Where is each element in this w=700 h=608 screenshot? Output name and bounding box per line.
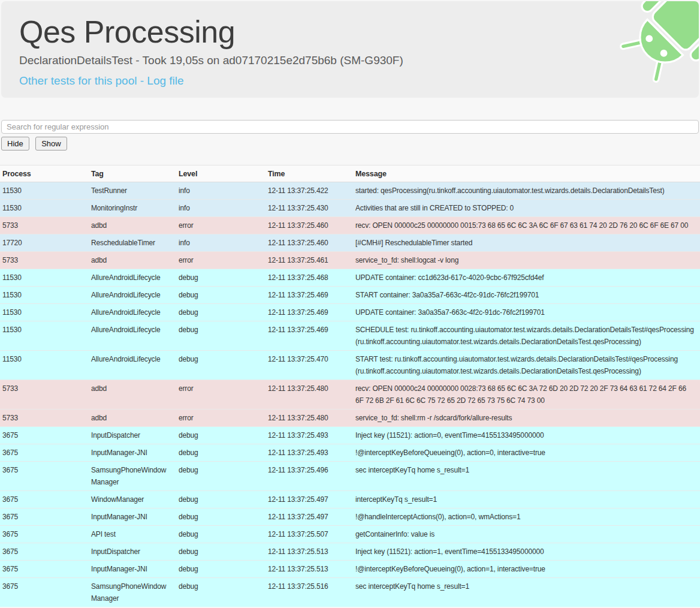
cell-level: info [176, 234, 265, 252]
table-row: 5733adbderror12-11 13:37:25.461service_t… [0, 252, 700, 269]
cell-process: 11530 [0, 200, 89, 217]
cell-tag: TestRunner [89, 182, 176, 200]
cell-process: 11530 [0, 182, 89, 200]
table-row: 3675InputManager-JNIdebug12-11 13:37:25.… [0, 508, 700, 526]
cell-message: UPDATE container: 3a0a35a7-663c-4f2c-91d… [353, 304, 700, 321]
cell-tag: SamsungPhoneWindowManager [89, 462, 176, 491]
cell-time: 12-11 13:37:25.469 [265, 321, 353, 351]
header-links: Other tests for this pool - Log file [19, 74, 681, 88]
cell-level: debug [176, 351, 265, 380]
cell-time: 12-11 13:37:25.497 [265, 491, 353, 508]
cell-process: 3675 [0, 491, 89, 508]
search-input[interactable] [1, 120, 699, 134]
cell-process: 11530 [0, 351, 89, 380]
cell-level: debug [176, 491, 265, 508]
cell-level: debug [176, 427, 265, 444]
cell-message: service_to_fd: shell:logcat -v long [353, 252, 700, 269]
cell-level: debug [176, 578, 265, 607]
cell-time: 12-11 13:37:25.461 [265, 252, 353, 269]
cell-level: debug [176, 269, 265, 287]
cell-time: 12-11 13:37:25.480 [265, 410, 353, 427]
cell-process: 5733 [0, 380, 89, 410]
cell-time: 12-11 13:37:25.493 [265, 444, 353, 462]
cell-level: debug [176, 543, 265, 561]
cell-time: 12-11 13:37:25.513 [265, 543, 353, 561]
log-table: Process Tag Level Time Message 11530Test… [0, 165, 700, 607]
table-row: 3675SamsungPhoneWindowManagerdebug12-11 … [0, 462, 700, 491]
table-row: 11530AllureAndroidLifecycledebug12-11 13… [0, 351, 700, 380]
cell-level: error [176, 252, 265, 269]
cell-tag: adbd [89, 410, 176, 427]
cell-process: 5733 [0, 217, 89, 234]
log-table-body: 11530TestRunnerinfo12-11 13:37:25.422sta… [0, 182, 700, 607]
cell-message: recv: OPEN 00000c24 00000000 0028:73 68 … [353, 380, 700, 410]
log-table-header: Process Tag Level Time Message [0, 165, 700, 182]
page-subtitle: DeclarationDetailsTest - Took 19,05s on … [19, 54, 681, 67]
header-jumbotron: Qes Processing DeclarationDetailsTest - … [1, 1, 699, 98]
cell-time: 12-11 13:37:25.496 [265, 462, 353, 491]
cell-tag: SamsungPhoneWindowManager [89, 578, 176, 607]
cell-tag: AllureAndroidLifecycle [89, 304, 176, 321]
cell-message: !@interceptKeyBeforeQueueing(0), action=… [353, 444, 700, 462]
cell-level: debug [176, 508, 265, 526]
cell-message: interceptKeyTq s_result=1 [353, 491, 700, 508]
cell-process: 3675 [0, 427, 89, 444]
cell-time: 12-11 13:37:25.430 [265, 200, 353, 217]
cell-message: recv: OPEN 00000c25 00000000 0015:73 68 … [353, 217, 700, 234]
table-row: 11530TestRunnerinfo12-11 13:37:25.422sta… [0, 182, 700, 200]
cell-level: debug [176, 526, 265, 543]
cell-process: 5733 [0, 410, 89, 427]
cell-message: START test: ru.tinkoff.accounting.uiauto… [353, 351, 700, 380]
link-separator: - [137, 74, 147, 87]
cell-tag: adbd [89, 217, 176, 234]
hide-button[interactable]: Hide [1, 137, 29, 151]
cell-message: START container: 3a0a35a7-663c-4f2c-91dc… [353, 287, 700, 304]
cell-level: info [176, 200, 265, 217]
cell-process: 11530 [0, 269, 89, 287]
column-header-process: Process [0, 165, 89, 182]
cell-process: 17720 [0, 234, 89, 252]
cell-level: info [176, 182, 265, 200]
table-row: 17720ReschedulableTimerinfo12-11 13:37:2… [0, 234, 700, 252]
cell-tag: adbd [89, 380, 176, 410]
cell-time: 12-11 13:37:25.513 [265, 561, 353, 578]
cell-tag: InputDispatcher [89, 427, 176, 444]
table-row: 3675WindowManagerdebug12-11 13:37:25.497… [0, 491, 700, 508]
cell-tag: AllureAndroidLifecycle [89, 351, 176, 380]
cell-process: 3675 [0, 444, 89, 462]
table-row: 3675API testdebug12-11 13:37:25.507getCo… [0, 526, 700, 543]
cell-time: 12-11 13:37:25.493 [265, 427, 353, 444]
cell-message: SCHEDULE test: ru.tinkoff.accounting.uia… [353, 321, 700, 351]
cell-message: !@interceptKeyBeforeQueueing(0), action=… [353, 561, 700, 578]
cell-message: UPDATE container: cc1d623d-617c-4020-9cb… [353, 269, 700, 287]
cell-process: 3675 [0, 508, 89, 526]
cell-tag: WindowManager [89, 491, 176, 508]
column-header-level: Level [176, 165, 265, 182]
column-header-tag: Tag [89, 165, 176, 182]
cell-level: debug [176, 462, 265, 491]
cell-tag: AllureAndroidLifecycle [89, 269, 176, 287]
table-row: 3675InputManager-JNIdebug12-11 13:37:25.… [0, 561, 700, 578]
cell-tag: API test [89, 526, 176, 543]
cell-message: !@handleInterceptActions(0), action=0, w… [353, 508, 700, 526]
cell-time: 12-11 13:37:25.469 [265, 304, 353, 321]
table-row: 3675SamsungPhoneWindowManagerdebug12-11 … [0, 578, 700, 607]
cell-time: 12-11 13:37:25.460 [265, 234, 353, 252]
other-tests-link[interactable]: Other tests for this pool [19, 74, 137, 87]
cell-process: 11530 [0, 287, 89, 304]
table-row: 5733adbderror12-11 13:37:25.480service_t… [0, 410, 700, 427]
cell-tag: MonitoringInstr [89, 200, 176, 217]
log-file-link[interactable]: Log file [147, 74, 183, 87]
cell-process: 3675 [0, 561, 89, 578]
cell-time: 12-11 13:37:25.469 [265, 287, 353, 304]
button-row: Hide Show [1, 137, 699, 151]
cell-tag: InputManager-JNI [89, 508, 176, 526]
cell-message: sec interceptKeyTq home s_result=1 [353, 578, 700, 607]
table-row: 5733adbderror12-11 13:37:25.480recv: OPE… [0, 380, 700, 410]
cell-message: sec interceptKeyTq home s_result=1 [353, 462, 700, 491]
cell-message: started: qesProcessing(ru.tinkoff.accoun… [353, 182, 700, 200]
cell-time: 12-11 13:37:25.468 [265, 269, 353, 287]
cell-tag: InputManager-JNI [89, 444, 176, 462]
show-button[interactable]: Show [35, 137, 67, 151]
cell-time: 12-11 13:37:25.470 [265, 351, 353, 380]
